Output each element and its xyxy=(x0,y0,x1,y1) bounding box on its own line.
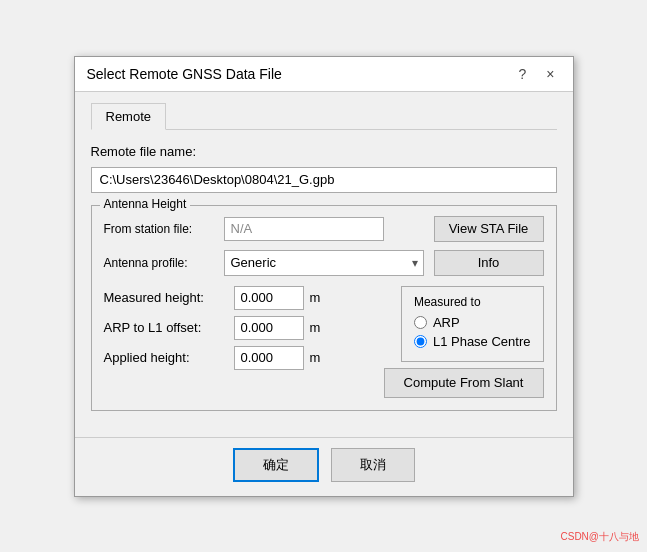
radio-arp-row: ARP xyxy=(414,315,531,330)
remote-file-label: Remote file name: xyxy=(91,144,221,159)
antenna-height-title: Antenna Height xyxy=(100,197,191,211)
antenna-profile-select-wrapper: Generic xyxy=(224,250,424,276)
l1-phase-centre-label: L1 Phase Centre xyxy=(433,334,531,349)
info-button[interactable]: Info xyxy=(434,250,544,276)
remote-file-input[interactable] xyxy=(91,167,557,193)
arp-radio[interactable] xyxy=(414,316,427,329)
antenna-profile-row: Antenna profile: Generic Info xyxy=(104,250,544,276)
from-station-input[interactable] xyxy=(224,217,384,241)
antenna-profile-select[interactable]: Generic xyxy=(224,250,424,276)
radio-l1-row: L1 Phase Centre xyxy=(414,334,531,349)
help-button[interactable]: ? xyxy=(513,65,533,83)
from-station-label: From station file: xyxy=(104,222,224,236)
height-fields: Measured height: m ARP to L1 offset: m A… xyxy=(104,286,372,376)
antenna-profile-label: Antenna profile: xyxy=(104,256,224,270)
cancel-button[interactable]: 取消 xyxy=(331,448,415,482)
measured-height-row: Measured height: m xyxy=(104,286,372,310)
close-button[interactable]: × xyxy=(540,65,560,83)
title-bar: Select Remote GNSS Data File ? × xyxy=(75,57,573,92)
footer: 确定 取消 xyxy=(75,437,573,496)
arp-to-l1-label: ARP to L1 offset: xyxy=(104,320,234,335)
compute-from-slant-button[interactable]: Compute From Slant xyxy=(384,368,544,398)
arp-to-l1-unit: m xyxy=(310,320,321,335)
l1-phase-centre-radio[interactable] xyxy=(414,335,427,348)
measured-height-input[interactable] xyxy=(234,286,304,310)
confirm-button[interactable]: 确定 xyxy=(233,448,319,482)
arp-label: ARP xyxy=(433,315,460,330)
applied-height-unit: m xyxy=(310,350,321,365)
content-area: Remote Remote file name: Antenna Height … xyxy=(75,92,573,437)
measured-to-box: Measured to ARP L1 Phase Centre xyxy=(401,286,544,362)
applied-height-row: Applied height: m xyxy=(104,346,372,370)
measured-height-label: Measured height: xyxy=(104,290,234,305)
view-sta-button[interactable]: View STA File xyxy=(434,216,544,242)
tabs: Remote xyxy=(91,102,557,130)
watermark: CSDN@十八与地 xyxy=(561,530,640,544)
measured-height-unit: m xyxy=(310,290,321,305)
dialog: Select Remote GNSS Data File ? × Remote … xyxy=(74,56,574,497)
remote-file-row: Remote file name: xyxy=(91,144,557,159)
from-station-row: From station file: View STA File xyxy=(104,216,544,242)
bottom-area: Measured height: m ARP to L1 offset: m A… xyxy=(104,286,544,398)
right-section: Measured to ARP L1 Phase Centre Compute … xyxy=(384,286,544,398)
title-actions: ? × xyxy=(513,65,561,83)
measured-to-title: Measured to xyxy=(414,295,531,309)
antenna-height-group: Antenna Height From station file: View S… xyxy=(91,205,557,411)
dialog-title: Select Remote GNSS Data File xyxy=(87,66,282,82)
arp-to-l1-input[interactable] xyxy=(234,316,304,340)
tab-remote[interactable]: Remote xyxy=(91,103,167,130)
applied-height-input[interactable] xyxy=(234,346,304,370)
arp-to-l1-row: ARP to L1 offset: m xyxy=(104,316,372,340)
applied-height-label: Applied height: xyxy=(104,350,234,365)
